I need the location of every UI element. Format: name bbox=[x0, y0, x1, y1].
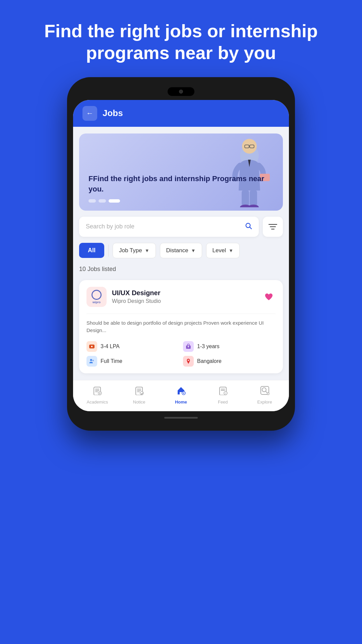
job-card-header: wipro UI/UX Designer Wipro Design Studio bbox=[79, 280, 283, 314]
job-tag-type: Full Time bbox=[86, 356, 179, 367]
back-button[interactable]: ← bbox=[82, 106, 97, 121]
salary-value: 3-4 LPA bbox=[101, 343, 120, 350]
phone-bottom-bar bbox=[73, 411, 289, 425]
type-value: Full Time bbox=[101, 358, 122, 364]
jobs-count: 10 Jobs listed bbox=[79, 264, 283, 274]
academics-label: Academics bbox=[87, 399, 108, 405]
banner-headline: FFind the right jobs and internship Prog… bbox=[88, 174, 274, 195]
job-title-wrap: UI/UX Designer Wipro Design Studio bbox=[112, 289, 257, 304]
nav-item-notice[interactable]: ✓ Notice bbox=[126, 386, 153, 405]
banner-text: FFind the right jobs and internship Prog… bbox=[88, 174, 274, 203]
app-title: Jobs bbox=[103, 108, 123, 118]
job-tags: 3-4 LPA 1-3 years bbox=[79, 340, 283, 373]
chevron-down-icon: ▼ bbox=[229, 248, 233, 253]
app-content: FFind the right jobs and internship Prog… bbox=[73, 127, 289, 380]
svg-point-47 bbox=[267, 393, 269, 395]
banner-dots bbox=[88, 199, 274, 203]
search-row: Search by job role bbox=[79, 217, 283, 237]
home-indicator bbox=[164, 417, 198, 419]
phone-mockup: ← Jobs bbox=[67, 77, 295, 431]
wipro-logo: wipro bbox=[92, 290, 102, 304]
bottom-nav: Academics ✓ Notice bbox=[73, 380, 289, 411]
svg-point-45 bbox=[262, 388, 266, 392]
type-icon bbox=[86, 356, 97, 367]
filter-chip-label: Distance bbox=[166, 247, 188, 254]
location-icon bbox=[183, 356, 194, 367]
filter-button[interactable] bbox=[263, 217, 283, 237]
search-icon bbox=[245, 222, 252, 231]
svg-point-8 bbox=[248, 205, 259, 207]
filter-chip-label: Job Type bbox=[119, 247, 142, 254]
phone-notch-bar bbox=[73, 83, 289, 100]
experience-icon bbox=[183, 341, 194, 352]
nav-item-explore[interactable]: Explore bbox=[251, 386, 278, 405]
filter-chip-distance[interactable]: Distance ▼ bbox=[160, 243, 202, 258]
notice-icon: ✓ bbox=[134, 386, 144, 397]
chevron-down-icon: ▼ bbox=[145, 248, 149, 253]
job-tag-salary: 3-4 LPA bbox=[86, 341, 179, 352]
back-icon: ← bbox=[86, 109, 94, 118]
dot-1[interactable] bbox=[88, 199, 96, 203]
page-headline: Find the right jobs or internship progra… bbox=[0, 0, 362, 77]
salary-icon bbox=[86, 341, 97, 352]
experience-value: 1-3 years bbox=[197, 343, 220, 350]
explore-label: Explore bbox=[257, 399, 272, 405]
filter-chip-label: Level bbox=[213, 247, 226, 254]
svg-point-17 bbox=[91, 345, 93, 347]
company-logo: wipro bbox=[86, 287, 107, 307]
feed-icon bbox=[218, 386, 228, 397]
explore-icon bbox=[260, 386, 269, 397]
nav-item-academics[interactable]: Academics bbox=[84, 386, 111, 405]
academics-icon bbox=[93, 386, 102, 397]
app-header: ← Jobs bbox=[73, 100, 289, 127]
home-icon bbox=[176, 386, 186, 397]
favorite-button[interactable] bbox=[262, 290, 276, 304]
job-card[interactable]: wipro UI/UX Designer Wipro Design Studio bbox=[79, 280, 283, 373]
filter-chip-job-type[interactable]: Job Type ▼ bbox=[113, 243, 156, 258]
phone-notch bbox=[168, 87, 194, 96]
job-title: UI/UX Designer bbox=[112, 289, 257, 297]
filter-all-button[interactable]: All bbox=[79, 243, 104, 258]
phone-camera bbox=[179, 90, 183, 94]
svg-line-11 bbox=[250, 227, 251, 229]
filter-divider bbox=[108, 245, 109, 257]
svg-point-21 bbox=[93, 360, 94, 361]
company-name: Wipro Design Studio bbox=[112, 298, 257, 304]
wipro-circle bbox=[92, 290, 102, 300]
chevron-down-icon: ▼ bbox=[191, 248, 196, 253]
job-tag-experience: 1-3 years bbox=[183, 341, 276, 352]
location-value: Bangalore bbox=[197, 358, 222, 364]
notice-label: Notice bbox=[133, 399, 145, 405]
nav-item-home[interactable]: Home bbox=[168, 386, 194, 405]
svg-text:✓: ✓ bbox=[141, 392, 143, 395]
dot-2[interactable] bbox=[99, 199, 106, 203]
svg-point-20 bbox=[90, 359, 92, 361]
phone-screen: ← Jobs bbox=[73, 100, 289, 411]
filter-chip-level[interactable]: Level ▼ bbox=[206, 243, 240, 258]
dot-3[interactable] bbox=[109, 199, 120, 203]
svg-point-22 bbox=[188, 360, 189, 361]
banner-card: FFind the right jobs and internship Prog… bbox=[79, 133, 283, 211]
nav-item-feed[interactable]: Feed bbox=[209, 386, 236, 405]
home-label: Home bbox=[175, 399, 187, 405]
search-box[interactable]: Search by job role bbox=[79, 217, 259, 237]
search-placeholder: Search by job role bbox=[86, 223, 241, 230]
wipro-text: wipro bbox=[93, 301, 101, 304]
svg-rect-19 bbox=[188, 346, 189, 347]
job-tag-location: Bangalore bbox=[183, 356, 276, 367]
job-description: Should be able to design portfolio of de… bbox=[79, 314, 283, 340]
feed-label: Feed bbox=[218, 399, 228, 405]
filter-row: All Job Type ▼ Distance ▼ Level ▼ bbox=[79, 243, 283, 258]
